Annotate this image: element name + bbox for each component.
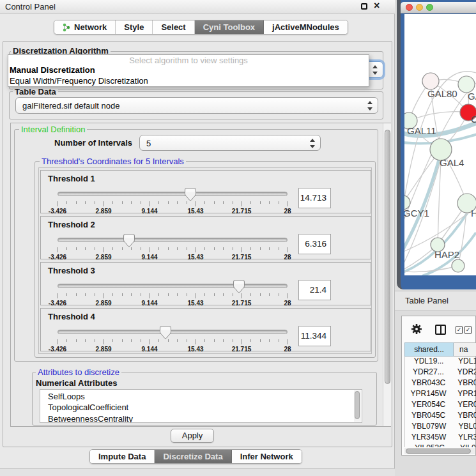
tick-mark — [250, 293, 251, 296]
tick-mark — [85, 339, 86, 342]
checkbox-icon[interactable]: ✓ — [456, 326, 463, 334]
algorithm-option[interactable]: Manual Discretization — [10, 65, 367, 75]
cell-name: YDR2 — [452, 367, 476, 378]
number-of-intervals-combobox[interactable]: 5 — [139, 135, 321, 151]
table-row[interactable]: YBR043CYBR0 — [405, 378, 476, 389]
tick-mark — [279, 247, 279, 250]
node-label: H — [471, 208, 476, 219]
tick-label: 9.144 — [141, 300, 157, 307]
tick-mark — [141, 293, 141, 296]
interval-definition-title: Interval Definition — [19, 125, 87, 134]
attribute-item[interactable]: SelfLoops — [40, 391, 362, 402]
tick-mark — [187, 339, 187, 342]
tick-mark — [288, 339, 288, 344]
table-row[interactable]: YBL079WYBL0 — [405, 422, 476, 433]
tick-mark — [223, 247, 224, 250]
mac-minimize-button[interactable] — [416, 4, 423, 11]
tick-mark — [95, 247, 95, 250]
table-row[interactable]: YPR145WYPR1 — [405, 389, 476, 400]
split-columns-icon[interactable] — [435, 325, 446, 335]
vertical-scrollbar-thumb[interactable] — [385, 130, 390, 384]
tick-mark — [112, 201, 113, 204]
tick-mark — [150, 339, 150, 344]
number-of-intervals-label: Number of Intervals — [54, 138, 132, 148]
attribute-item[interactable]: BetweennessCentrality — [40, 413, 362, 423]
tab-jactivemnodules[interactable]: jActiveMNodules — [263, 20, 348, 34]
tick-mark — [150, 201, 150, 206]
threshold-value-field[interactable]: 6.316 — [298, 234, 331, 254]
tab-select[interactable]: Select — [152, 20, 194, 34]
threshold-value-field[interactable]: 21.4 — [298, 280, 331, 300]
network-node[interactable] — [422, 73, 439, 89]
tick-mark — [66, 201, 67, 204]
slider-tick-labels: -3.4262.8599.14415.4321.71528 — [58, 346, 288, 353]
threshold-slider[interactable]: -3.4262.8599.14415.4321.71528 — [58, 325, 288, 351]
tab-impute-data[interactable]: Impute Data — [90, 450, 154, 463]
tab-network[interactable]: Network — [54, 20, 115, 34]
tick-label: 2.859 — [95, 208, 111, 215]
tick-mark — [158, 293, 159, 296]
slider-thumb[interactable] — [123, 233, 135, 247]
apply-button[interactable]: Apply — [171, 429, 214, 443]
close-panel-icon[interactable]: × — [374, 0, 380, 12]
tick-mark — [168, 339, 169, 342]
table-header-row: shared... na — [404, 342, 476, 357]
gear-icon[interactable] — [411, 323, 422, 337]
tab-discretize-data[interactable]: Discretize Data — [154, 450, 231, 463]
network-window-titlebar[interactable] — [401, 2, 476, 13]
attributes-scrollbar-thumb[interactable] — [355, 391, 360, 419]
tick-label: -3.426 — [49, 346, 66, 353]
algorithm-option[interactable]: Equal Width/Frequency Discretization — [10, 75, 367, 86]
checkbox-icon[interactable]: ✓ — [464, 326, 472, 334]
tick-mark — [122, 293, 123, 296]
table-row[interactable]: YBR045CYBR0 — [405, 411, 476, 422]
tab-label: Impute Data — [98, 452, 146, 461]
network-view-window[interactable]: GAL80GAGAL11CGAL4GCY1HHAP2 — [397, 0, 476, 289]
threshold-slider[interactable]: -3.4262.8599.14415.4321.71528 — [58, 233, 288, 259]
network-node[interactable] — [452, 259, 464, 272]
threshold-slider[interactable]: -3.4262.8599.14415.4321.71528 — [58, 187, 288, 213]
slider-thumb[interactable] — [159, 325, 172, 339]
float-window-icon[interactable] — [361, 3, 367, 10]
slider-thumb[interactable] — [184, 187, 197, 201]
tick-label: 2.859 — [95, 254, 111, 261]
slider-track — [58, 330, 288, 334]
mac-zoom-button[interactable] — [426, 4, 433, 11]
threshold-value-field[interactable]: 14.713 — [298, 188, 331, 208]
tab-style[interactable]: Style — [115, 20, 152, 34]
tick-mark — [233, 201, 233, 204]
attributes-scrollbar[interactable] — [354, 390, 361, 422]
table-row[interactable]: YIL053CYIL0 — [405, 443, 476, 447]
threshold-label: Threshold 4 — [48, 312, 95, 321]
tick-mark — [187, 247, 187, 250]
table-row[interactable]: YLR345WYLR3 — [405, 433, 476, 443]
attribute-item[interactable]: TopologicalCoefficient — [40, 402, 362, 413]
tick-mark — [177, 201, 178, 204]
tick-mark — [187, 293, 187, 296]
threshold-value-field[interactable]: 11.344 — [298, 326, 331, 346]
horizontal-scrollbar[interactable] — [404, 448, 475, 454]
slider-thumb[interactable] — [233, 279, 245, 293]
vertical-scrollbar[interactable] — [383, 123, 391, 426]
tick-mark — [269, 339, 270, 342]
tick-mark — [242, 247, 242, 252]
tab-cyni-toolbox[interactable]: Cyni Toolbox — [194, 20, 263, 34]
column-header-shared-name[interactable]: shared... — [404, 342, 454, 357]
table-data-combobox[interactable]: galFiltered.sif default node — [15, 97, 378, 114]
table-row[interactable]: YDR27...YDR2 — [405, 367, 476, 378]
tick-mark — [269, 247, 270, 250]
table-row[interactable]: YDL19...YDL1 — [405, 357, 476, 367]
column-header-name[interactable]: na — [454, 342, 476, 357]
tick-mark — [131, 201, 132, 204]
control-panel-titlebar: Control Panel × — [0, 0, 395, 14]
threshold-1-box: Threshold 1-3.4262.8599.14415.4321.71528… — [40, 170, 371, 213]
numerical-attributes-list[interactable]: SelfLoopsTopologicalCoefficientBetweenne… — [40, 389, 362, 423]
threshold-slider[interactable]: -3.4262.8599.14415.4321.71528 — [58, 279, 288, 305]
tick-mark — [168, 201, 169, 204]
network-canvas[interactable]: GAL80GAGAL11CGAL4GCY1HHAP2 — [404, 14, 476, 275]
table-row[interactable]: YER054CYER0 — [405, 400, 476, 411]
tick-label: 21.715 — [232, 346, 252, 353]
horizontal-scrollbar-thumb[interactable] — [406, 449, 471, 454]
tab-infer-network[interactable]: Infer Network — [231, 450, 302, 463]
mac-close-button[interactable] — [406, 4, 413, 11]
